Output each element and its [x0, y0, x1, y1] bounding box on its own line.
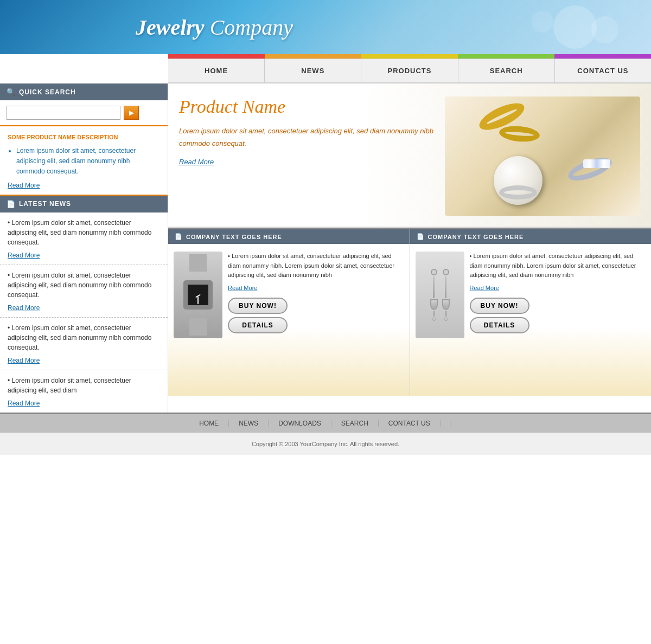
hero-description: Lorem ipsum dolor sit amet, consectetuer… [179, 125, 434, 150]
hero-image [445, 96, 640, 216]
sidebar-product-readmore[interactable]: Read More [8, 182, 160, 189]
footer-nav-news[interactable]: NEWS [229, 420, 269, 427]
footer-nav-contact[interactable]: CONTACT US [379, 420, 441, 427]
news-item-3: • Lorem ipsum dolor sit amet, consectetu… [0, 318, 168, 370]
footer-nav-home[interactable]: HOME [189, 420, 229, 427]
section-1-header: 📄 COMPANY TEXT GOES HERE [168, 229, 410, 244]
sidebar-search-box: ▶ [0, 100, 168, 126]
company-section-2: 📄 COMPANY TEXT GOES HERE [410, 229, 652, 396]
product-info-2: • Lorem ipsum dolor sit amet, consectetu… [470, 252, 646, 388]
sidebar-search-header: 🔍 QUICK SEARCH [0, 83, 168, 100]
nav-menu: HOME NEWS PRODUCTS SEARCH CONTACT US [168, 59, 651, 83]
buy-now-button-2[interactable]: BUY NOW! [470, 298, 529, 314]
details-button-2[interactable]: DETAILS [470, 317, 529, 333]
doc-icon-1: 📄 [175, 233, 183, 240]
footer-nav: HOME NEWS DOWNLOADS SEARCH CONTACT US | [0, 414, 651, 433]
earrings-image [416, 252, 464, 338]
sidebar: 🔍 QUICK SEARCH ▶ SOME PRODUCT NAME DESCR… [0, 83, 168, 413]
footer: HOME NEWS DOWNLOADS SEARCH CONTACT US | … [0, 413, 651, 455]
hero-text: Product Name Lorem ipsum dolor sit amet,… [179, 96, 445, 216]
product-info-1: • Lorem ipsum dolor sit amet, consectetu… [228, 252, 404, 388]
sidebar-product-section: SOME PRODUCT NAME DESCRIPTION Lorem ipsu… [0, 126, 168, 196]
nav-color-strips [168, 54, 651, 59]
hero-section: Product Name Lorem ipsum dolor sit amet,… [168, 83, 651, 228]
sidebar-news-header: 📄 LATEST NEWS [0, 196, 168, 212]
nav-item-products[interactable]: PRODUCTS [361, 59, 458, 82]
news-readmore-4[interactable]: Read More [8, 397, 160, 410]
search-button[interactable]: ▶ [124, 106, 139, 120]
news-readmore-2[interactable]: Read More [8, 302, 160, 315]
footer-nav-search[interactable]: SEARCH [331, 420, 379, 427]
watch-image [174, 252, 222, 338]
details-button-1[interactable]: DETAILS [228, 317, 288, 333]
section-2-header: 📄 COMPANY TEXT GOES HERE [410, 229, 652, 244]
company-section-1: 📄 COMPANY TEXT GOES HERE • Lorem ipsum d… [168, 229, 410, 396]
header: Jewelry Company [0, 0, 651, 54]
site-title: Jewelry Company [136, 15, 293, 40]
nav-item-home[interactable]: HOME [168, 59, 265, 82]
section1-readmore[interactable]: Read More [228, 285, 404, 291]
sidebar-product-desc: Lorem ipsum dolor sit amet, consectetuer… [16, 146, 160, 177]
nav-item-search[interactable]: SEARCH [458, 59, 555, 82]
doc-icon-2: 📄 [417, 233, 425, 240]
section2-readmore[interactable]: Read More [470, 285, 646, 291]
product-text-1: • Lorem ipsum dolor sit amet, consectetu… [228, 252, 404, 280]
hero-readmore[interactable]: Read More [179, 158, 214, 166]
news-icon: 📄 [7, 200, 16, 208]
buy-now-button-1[interactable]: BUY NOW! [228, 298, 288, 314]
main-layout: 🔍 QUICK SEARCH ▶ SOME PRODUCT NAME DESCR… [0, 83, 651, 413]
product-text-2: • Lorem ipsum dolor sit amet, consectetu… [470, 252, 646, 280]
bottom-sections: 📄 COMPANY TEXT GOES HERE • Lorem ipsum d… [168, 228, 651, 396]
main-content: Product Name Lorem ipsum dolor sit amet,… [168, 83, 651, 413]
search-input[interactable] [7, 106, 120, 120]
search-icon: 🔍 [7, 88, 16, 96]
news-item-1: • Lorem ipsum dolor sit amet, consectetu… [0, 212, 168, 265]
footer-copyright: Copyright © 2003 YourCompany Inc. All ri… [0, 433, 651, 455]
sidebar-product-title: SOME PRODUCT NAME DESCRIPTION [8, 134, 160, 140]
btn-group-1: BUY NOW! DETAILS [228, 298, 404, 333]
nav-item-news[interactable]: NEWS [265, 59, 361, 82]
news-readmore-3[interactable]: Read More [8, 355, 160, 368]
news-item-4: • Lorem ipsum dolor sit amet, consectetu… [0, 370, 168, 413]
nav-item-contact[interactable]: CONTACT US [555, 59, 651, 82]
product-card-1: • Lorem ipsum dolor sit amet, consectetu… [168, 244, 410, 396]
btn-group-2: BUY NOW! DETAILS [470, 298, 646, 333]
product-card-2: • Lorem ipsum dolor sit amet, consectetu… [410, 244, 652, 396]
news-item-2: • Lorem ipsum dolor sit amet, consectetu… [0, 265, 168, 318]
news-readmore-1[interactable]: Read More [8, 249, 160, 262]
hero-product-name: Product Name [179, 96, 434, 117]
footer-nav-downloads[interactable]: DOWNLOADS [269, 420, 331, 427]
